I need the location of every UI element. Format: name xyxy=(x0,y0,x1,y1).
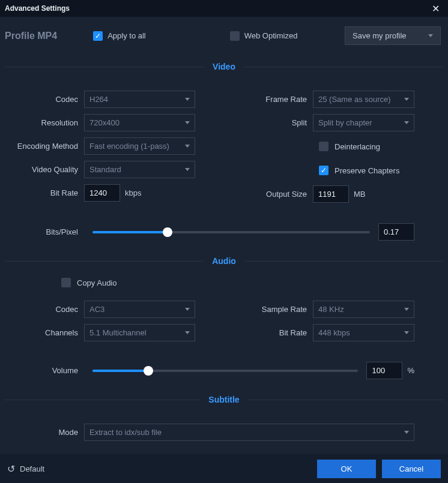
chevron-down-icon xyxy=(404,331,409,334)
video-section-header: Video xyxy=(0,55,448,79)
volume-slider[interactable] xyxy=(92,370,358,372)
audio-bitrate-label: Bit Rate xyxy=(231,328,313,337)
chevron-down-icon xyxy=(185,168,190,171)
chevron-down-icon xyxy=(404,308,409,311)
video-form: Codec H264 Resolution 720x400 Encoding M… xyxy=(0,79,448,215)
volume-row: Volume % xyxy=(0,353,448,388)
audio-section-title: Audio xyxy=(204,256,244,266)
volume-input[interactable] xyxy=(366,362,402,379)
quality-label: Video Quality xyxy=(12,165,84,174)
bitrate-unit: kbps xyxy=(125,188,141,197)
default-label: Default xyxy=(20,464,44,473)
output-size-unit: MB xyxy=(354,190,366,199)
cancel-button[interactable]: Cancel xyxy=(382,460,441,478)
bits-per-pixel-input[interactable] xyxy=(378,223,414,241)
chevron-down-icon xyxy=(185,145,190,148)
checkbox-empty-icon xyxy=(230,31,240,41)
apply-all-checkbox[interactable]: ✓ Apply to all xyxy=(93,31,146,41)
audio-codec-label: Codec xyxy=(12,305,84,314)
save-profile-dropdown[interactable]: Save my profile xyxy=(345,26,441,45)
chevron-down-icon xyxy=(185,331,190,334)
subtitle-section-header: Subtitle xyxy=(0,388,448,412)
framerate-label: Frame Rate xyxy=(231,95,313,104)
chevron-down-icon xyxy=(428,34,433,37)
ok-button[interactable]: OK xyxy=(317,460,376,478)
channels-label: Channels xyxy=(12,328,84,337)
sample-rate-select[interactable]: 48 KHz xyxy=(313,301,414,318)
audio-form: Codec AC3 Channels 5.1 Multichannel Samp… xyxy=(0,295,448,353)
subtitle-mode-label: Mode xyxy=(12,428,84,437)
bits-per-pixel-slider[interactable] xyxy=(92,231,370,233)
subtitle-section-title: Subtitle xyxy=(200,395,247,404)
chevron-down-icon xyxy=(185,121,190,124)
split-select[interactable]: Split by chapter xyxy=(313,114,414,131)
output-size-label: Output Size xyxy=(231,190,313,199)
preserve-chapters-label: Preserve Chapters xyxy=(334,166,399,175)
chevron-down-icon xyxy=(185,98,190,101)
footer: ↺ Default OK Cancel xyxy=(0,454,448,483)
copy-audio-checkbox[interactable] xyxy=(61,278,71,287)
chevron-down-icon xyxy=(404,431,409,434)
resolution-label: Resolution xyxy=(12,118,84,127)
bits-per-pixel-label: Bits/Pixel xyxy=(12,227,84,236)
reset-icon: ↺ xyxy=(7,463,15,475)
encoding-label: Encoding Method xyxy=(12,142,84,151)
volume-unit: % xyxy=(407,366,414,375)
web-optimized-label: Web Optimized xyxy=(244,31,298,40)
preserve-chapters-checkbox[interactable]: ✓ xyxy=(319,166,328,175)
deinterlacing-label: Deinterlacing xyxy=(334,142,380,151)
output-size-input[interactable] xyxy=(313,185,349,203)
copy-audio-label: Copy Audio xyxy=(77,278,117,287)
video-quality-select[interactable]: Standard xyxy=(84,161,195,178)
bitrate-label: Bit Rate xyxy=(12,188,84,197)
sample-rate-label: Sample Rate xyxy=(231,305,313,314)
subtitle-mode-select[interactable]: Extract to idx/sub file xyxy=(84,424,414,441)
window-title: Advanced Settings xyxy=(5,4,70,13)
header-row: Profile MP4 ✓ Apply to all Web Optimized… xyxy=(0,17,448,55)
audio-bitrate-select[interactable]: 448 kbps xyxy=(313,324,414,341)
bits-per-pixel-row: Bits/Pixel xyxy=(0,215,448,249)
apply-all-label: Apply to all xyxy=(107,31,146,40)
slider-thumb[interactable] xyxy=(163,227,172,237)
chevron-down-icon xyxy=(185,308,190,311)
slider-thumb[interactable] xyxy=(144,366,153,376)
save-profile-label: Save my profile xyxy=(353,31,407,40)
chevron-down-icon xyxy=(404,98,409,101)
audio-codec-select[interactable]: AC3 xyxy=(84,301,195,318)
deinterlacing-checkbox[interactable] xyxy=(319,142,328,151)
framerate-select[interactable]: 25 (Same as source) xyxy=(313,91,414,108)
web-optimized-checkbox[interactable]: Web Optimized xyxy=(230,31,298,41)
video-bitrate-input[interactable] xyxy=(84,184,120,202)
checkmark-icon: ✓ xyxy=(93,31,103,41)
titlebar: Advanced Settings ✕ xyxy=(0,0,448,17)
encoding-method-select[interactable]: Fast encoding (1-pass) xyxy=(84,137,195,155)
volume-label: Volume xyxy=(12,366,84,375)
profile-label: Profile MP4 xyxy=(5,31,57,41)
video-section-title: Video xyxy=(204,62,244,71)
video-codec-select[interactable]: H264 xyxy=(84,91,195,108)
close-icon[interactable]: ✕ xyxy=(428,2,443,16)
chevron-down-icon xyxy=(404,121,409,124)
split-label: Split xyxy=(231,118,313,127)
subtitle-form: Mode Extract to idx/sub file xyxy=(0,412,448,453)
resolution-select[interactable]: 720x400 xyxy=(84,114,195,131)
audio-section-header: Audio xyxy=(0,249,448,273)
channels-select[interactable]: 5.1 Multichannel xyxy=(84,324,195,341)
default-button[interactable]: ↺ Default xyxy=(7,463,44,475)
codec-label: Codec xyxy=(12,95,84,104)
